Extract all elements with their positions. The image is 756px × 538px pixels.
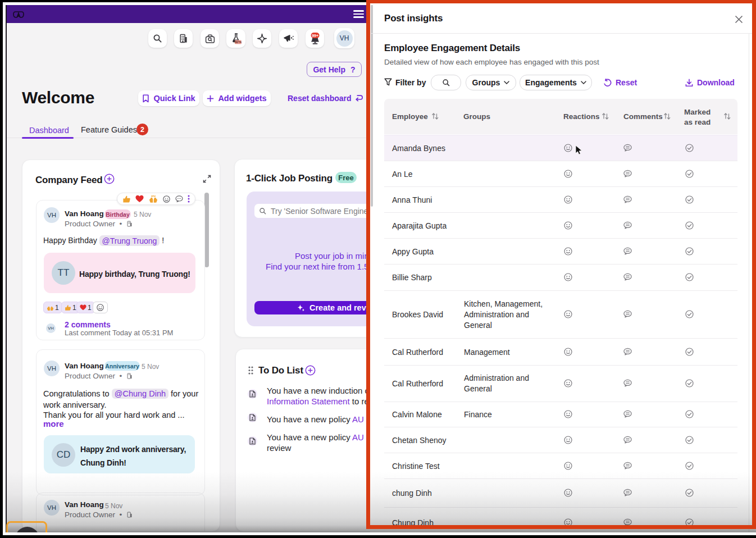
svg-text:99+: 99+ bbox=[312, 33, 318, 37]
svg-text:BETA: BETA bbox=[235, 40, 242, 43]
